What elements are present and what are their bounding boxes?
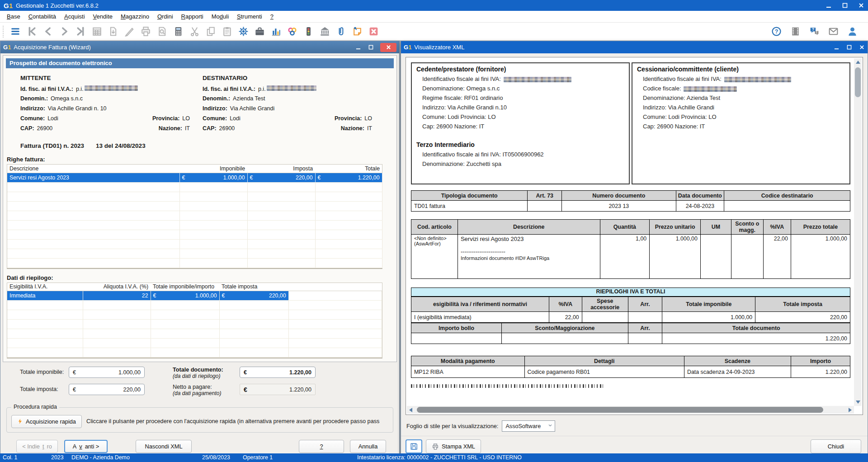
stampa-xml-button[interactable]: Stampa XML	[426, 439, 481, 453]
menu-help[interactable]: ?	[266, 12, 278, 21]
maximize-icon[interactable]	[842, 2, 848, 9]
status-bar: Col. 1 2023 DEMO - Azienda Demo 25/08/20…	[0, 453, 868, 462]
toolbar-grip	[3, 26, 5, 38]
last-record-icon[interactable]	[74, 25, 87, 38]
totale-documento-field[interactable]: €1.220,00	[240, 367, 316, 378]
acquire-document-icon[interactable]	[106, 25, 120, 38]
redacted-vat-id	[85, 85, 138, 91]
maximize-icon[interactable]	[846, 44, 852, 51]
totale-imposta-label: Totale imposta:	[20, 384, 69, 392]
calendar-icon[interactable]	[90, 25, 104, 38]
print-icon[interactable]	[139, 25, 152, 38]
app-title: Gestionale 1 Zucchetti ver.6.8.2	[16, 2, 99, 9]
assistance-chat-icon[interactable]: ?!	[807, 25, 821, 38]
menu-base[interactable]: Base	[3, 12, 24, 21]
stylesheet-select[interactable]: AssoSoftware	[502, 420, 555, 432]
dati-riepilogo-table: Esigibilità I.V.A. Aliquota I.V.A. (%) T…	[7, 283, 382, 359]
destinatario-cap: 26900	[219, 125, 235, 132]
status-azienda: DEMO - Azienda Demo	[71, 454, 130, 461]
menu-strumenti[interactable]: Strumenti	[233, 12, 266, 21]
first-record-icon[interactable]	[25, 25, 38, 38]
paste-icon[interactable]	[220, 25, 234, 38]
horizontal-scrollbar[interactable]	[407, 406, 854, 414]
empty-row	[7, 301, 382, 310]
clipped-heading	[411, 384, 605, 388]
documento-table: Tipologia documento Art. 73 Numero docum…	[411, 190, 850, 212]
mail-icon[interactable]	[826, 25, 840, 38]
scroll-down-icon[interactable]	[854, 398, 862, 406]
redacted-fiscal-code	[684, 86, 737, 92]
next-record-icon[interactable]	[57, 25, 71, 38]
cut-icon[interactable]	[188, 25, 201, 38]
menu-acquisti[interactable]: Acquisti	[60, 12, 89, 21]
status-anno: 2023	[51, 454, 64, 461]
bank-icon[interactable]	[318, 25, 331, 38]
help-icon[interactable]: ?	[769, 25, 783, 38]
close-icon[interactable]	[380, 43, 396, 52]
indietro-button[interactable]: < Indietro	[16, 440, 58, 453]
mittente-provincia: LO	[182, 115, 190, 122]
menu-vendite[interactable]: Vendite	[89, 12, 117, 21]
previous-record-icon[interactable]	[41, 25, 55, 38]
close-icon[interactable]	[859, 44, 865, 51]
menu-contabilita[interactable]: Contabilità	[24, 12, 60, 21]
prospetto-header: Prospetto del documento elettronico	[6, 58, 394, 68]
pagamento-row: MP12 RIBA Codice pagamento RB01 Data sca…	[411, 366, 850, 378]
scroll-right-icon[interactable]	[846, 406, 854, 414]
menu-magazzino[interactable]: Magazzino	[117, 12, 153, 21]
attachment-clip-icon[interactable]	[334, 25, 348, 38]
horizontal-scroll-thumb[interactable]	[417, 407, 823, 413]
close-all-icon[interactable]	[367, 25, 380, 38]
avanti-button[interactable]: Avanti >	[64, 440, 108, 453]
redacted-vat-id	[724, 77, 791, 82]
print-preview-icon[interactable]	[155, 25, 169, 38]
col-totale: Totale	[315, 165, 382, 173]
vertical-scroll-thumb[interactable]	[855, 67, 861, 97]
documento-row: TD01 fattura 2023 13 24-08-2023	[411, 201, 850, 212]
acquisizione-rapida-button[interactable]: Acquisizione rapida	[11, 415, 82, 428]
video-tutorial-icon[interactable]	[788, 25, 802, 38]
save-xml-button[interactable]	[406, 439, 422, 453]
user-icon[interactable]	[845, 25, 859, 38]
close-icon[interactable]	[858, 2, 864, 9]
archive-briefcase-icon[interactable]	[253, 25, 266, 38]
annulla-button[interactable]: Annulla	[350, 440, 386, 453]
righe-row-selected[interactable]: Servizi resi Agosto 2023 €1.000,00 €220,…	[7, 173, 382, 182]
totale-imponibile-field[interactable]: €1.000,00	[69, 367, 145, 378]
totale-imposta-field[interactable]: €220,00	[69, 384, 145, 395]
nascondi-xml-button[interactable]: Nascondi XML	[136, 440, 192, 453]
scroll-left-icon[interactable]	[407, 406, 415, 414]
field-label: Indirizzo:	[203, 105, 227, 112]
minimize-icon[interactable]	[826, 2, 832, 9]
totale-documento-row: 1.220,00	[411, 333, 850, 344]
minimize-icon[interactable]	[355, 44, 361, 51]
field-label: Comune:	[203, 115, 227, 122]
svg-text:!: !	[816, 30, 817, 34]
riepilogo-row-selected[interactable]: Immediata 22 €1.000,00 €220,00	[7, 291, 382, 301]
chiudi-button[interactable]: Chiudi	[811, 439, 861, 453]
menu-rapporti[interactable]: Rapporti	[177, 12, 208, 21]
vertical-scrollbar[interactable]	[854, 58, 862, 406]
procedura-rapida-text: Cliccare il pulsante per procedere con l…	[86, 418, 388, 424]
menu-moduli[interactable]: Moduli	[208, 12, 233, 21]
traffic-light-icon[interactable]	[302, 25, 315, 38]
navigator-helm-icon[interactable]	[236, 25, 250, 38]
field-label: Denomin.:	[20, 95, 48, 102]
riepiloghi-title: RIEPILOGHI IVA E TOTALI	[411, 288, 850, 297]
window-logo: G1	[3, 44, 11, 51]
edit-pen-icon[interactable]	[123, 25, 136, 38]
col-filler	[288, 283, 382, 291]
menu-ordini[interactable]: Ordini	[153, 12, 177, 21]
copy-icon[interactable]	[204, 25, 217, 38]
chevron-down-icon	[547, 423, 553, 429]
help-button[interactable]: ?	[299, 440, 344, 453]
links-rings-icon[interactable]	[285, 25, 299, 38]
scroll-up-icon[interactable]	[854, 58, 862, 66]
menu-icon[interactable]	[9, 25, 22, 38]
calculator-icon[interactable]	[171, 25, 185, 38]
notes-icon[interactable]	[350, 25, 364, 38]
maximize-icon[interactable]	[368, 44, 374, 51]
minimize-icon[interactable]	[833, 44, 840, 51]
pagamento-table: Modalità pagamento Dettagli Scadenze Imp…	[411, 356, 850, 378]
statistics-icon[interactable]	[269, 25, 283, 38]
